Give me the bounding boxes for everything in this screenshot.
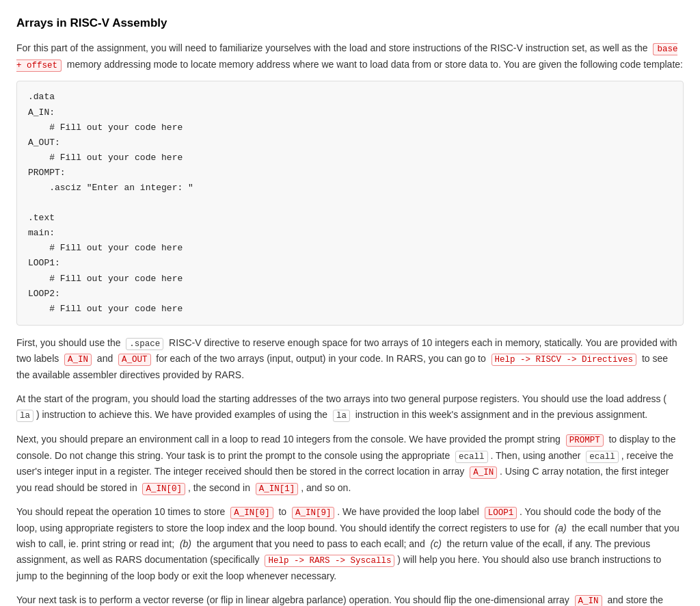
space-directive-code: .space [126,338,163,350]
code-template-block: .data A_IN: # Fill out your code here A_… [16,81,684,325]
p5-text: Your next task is to perform a vector re… [16,594,569,605]
p4-c-italic: (c) [430,538,441,549]
p4-b-text: the argument that you need to pass to ea… [197,538,425,549]
p1-rest-text: for each of the two arrays (input, outpu… [156,353,485,364]
p3-text: Next, you should prepare an environment … [16,434,561,445]
a-in-label-2: A_IN [470,466,497,479]
a-in-9-ref: A_IN[9] [292,507,335,519]
intro-paragraph: For this part of the assignment, you wil… [16,40,684,73]
intro-text: For this part of the assignment, you wil… [16,42,648,53]
p2-text: At the start of the program, you should … [16,393,667,404]
p2-mid-text: ) instruction to achieve this. We have p… [36,409,327,420]
paragraph-reverse: Your next task is to perform a vector re… [16,592,684,606]
p1-and-text: and [97,353,113,364]
intro-mid-text: memory addressing mode to locate memory … [67,59,683,70]
prompt-label: PROMPT [566,434,604,447]
ecall-code-1: ecall [455,451,488,463]
p3-end-text: , and so on. [301,482,351,493]
loop1-label: LOOP1 [485,507,517,519]
a-in-label-1: A_IN [64,354,92,366]
ecall-code-2: ecall [586,451,619,463]
help-riscv-directives-code: Help -> RISCV -> Directives [492,354,637,366]
p2-end-text: instruction in this week's assignment an… [355,409,648,420]
a-in-flip-ref: A_IN [575,595,602,606]
p4-to-text: to [278,506,286,517]
p3-mid5-text: , the second in [188,482,250,493]
paragraph-la: At the start of the program, you should … [16,391,684,423]
p3-mid2-text: . Then, using another [490,450,580,461]
p4-b-italic: (b) [180,538,191,549]
a-in-1-label: A_IN[1] [256,483,299,495]
p1-text: First, you should use the [16,337,121,348]
a-in-0-label: A_IN[0] [142,483,185,495]
paragraph-space: First, you should use the .space RISC-V … [16,335,684,383]
help-rars-syscalls-code: Help -> RARS -> Syscalls [265,555,394,567]
la-code-2: la [333,410,350,422]
paragraph-loop1: You should repeat the operation 10 times… [16,504,684,584]
a-out-label-1: A_OUT [118,354,151,366]
p4-text: You should repeat the operation 10 times… [16,506,225,517]
la-code-1: la [16,410,33,422]
p4-mid-text: . We have provided the loop label [337,506,479,517]
a-in-0-ref: A_IN[0] [230,507,273,519]
paragraph-ecall: Next, you should prepare an environment … [16,432,684,497]
p4-a-italic: (a) [555,523,567,533]
page-title: Arrays in RISC-V Assembly [16,14,684,32]
